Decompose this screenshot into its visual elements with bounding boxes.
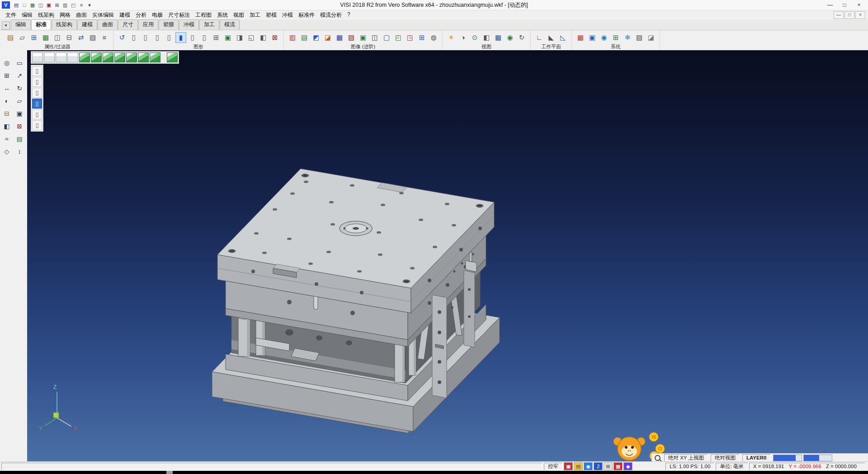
menu-item-4[interactable]: 曲面 (73, 10, 90, 20)
toolbar-icon-1-11[interactable]: ◱ (246, 32, 257, 43)
toolbar-icon-2-8[interactable]: ▢ (381, 32, 392, 43)
sidebar-icon-14[interactable]: ◇ (1, 146, 12, 156)
menu-item-18[interactable]: ? (344, 10, 353, 20)
view-cube-icon-5[interactable] (91, 52, 102, 62)
mdi-restore-button[interactable]: □ (844, 11, 854, 19)
filter-icon-1[interactable]: ▯ (32, 77, 42, 87)
quick-access-icon-3[interactable]: ◫ (37, 1, 45, 9)
toolbar-icon-3-5[interactable]: ◉ (505, 32, 515, 43)
toolbar-icon-0-0[interactable]: ▤ (5, 32, 16, 43)
view-cube-icon-10[interactable] (150, 52, 160, 62)
close-button[interactable]: × (852, 1, 866, 9)
mdi-close-button[interactable]: × (855, 11, 865, 19)
menu-item-5[interactable]: 实体编辑 (90, 10, 117, 20)
sidebar-icon-2[interactable]: ⊞ (1, 70, 12, 81)
view-cube-icon-1[interactable] (44, 52, 55, 62)
toolbar-icon-1-2[interactable]: ▯ (140, 32, 151, 43)
quick-access-icon-6[interactable]: ▥ (61, 1, 69, 9)
toolbar-icon-5-5[interactable]: ▨ (634, 32, 645, 43)
view-cube-icon-0[interactable] (32, 52, 43, 62)
toolbar-icon-2-5[interactable]: ▧ (346, 32, 357, 43)
toolbar-icon-2-10[interactable]: ◳ (405, 32, 415, 43)
status-icon-1[interactable]: ▤ (574, 462, 583, 470)
quick-access-icon-2[interactable]: ▦ (28, 1, 37, 9)
toolbar-icon-5-1[interactable]: ▣ (587, 32, 598, 43)
view-cube-icon-3[interactable] (67, 52, 78, 62)
toolbar-icon-0-5[interactable]: ⊟ (64, 32, 75, 43)
sidebar-icon-3[interactable]: ↗ (14, 70, 25, 81)
quick-access-icon-7[interactable]: ◰ (69, 1, 77, 9)
menu-item-7[interactable]: 分析 (133, 10, 149, 20)
toolbar-icon-1-3[interactable]: ▯ (152, 32, 163, 43)
view-cube-icon-8[interactable] (126, 52, 137, 62)
menu-item-2[interactable]: 线架构 (35, 10, 57, 20)
toolbar-icon-5-3[interactable]: ⊞ (610, 32, 621, 43)
maximize-button[interactable]: □ (837, 1, 852, 9)
toolbar-icon-2-4[interactable]: ▦ (334, 32, 345, 43)
tab-7[interactable]: 塑膜 (159, 19, 179, 30)
tab-1[interactable]: 标准 (31, 19, 51, 30)
toolbar-icon-4-1[interactable]: ◣ (546, 32, 557, 43)
filter-icon-2[interactable]: ▯ (32, 88, 42, 98)
status-view-mode[interactable]: 绝对 XY 上视图 (664, 454, 708, 462)
toolbar-icon-3-2[interactable]: ⊙ (469, 32, 480, 43)
menu-item-6[interactable]: 建模 (117, 10, 133, 20)
sidebar-icon-4[interactable]: ↔ (1, 83, 12, 93)
tab-6[interactable]: 应用 (138, 19, 158, 30)
status-icon-0[interactable]: ▣ (564, 462, 573, 470)
status-icon-6[interactable]: ◆ (623, 462, 632, 470)
view-cube-icon-6[interactable] (103, 52, 113, 62)
menu-item-14[interactable]: 塑模 (263, 10, 279, 20)
filter-icon-4[interactable]: ▯ (32, 109, 42, 119)
status-pick-mode[interactable]: 控牢 (544, 463, 562, 470)
toolbar-icon-3-4[interactable]: ▦ (493, 32, 504, 43)
sidebar-icon-9[interactable]: ▣ (14, 108, 25, 118)
tab-0[interactable]: 编辑 (11, 19, 31, 30)
menu-item-15[interactable]: 冲模 (279, 10, 296, 20)
sidebar-icon-11[interactable]: ⊠ (14, 121, 25, 131)
toolbar-icon-1-12[interactable]: ◧ (258, 32, 269, 43)
toolbar-icon-4-2[interactable]: ◺ (557, 32, 568, 43)
view-cube-icon-4[interactable] (79, 52, 90, 62)
toolbar-icon-2-1[interactable]: ▤ (299, 32, 310, 43)
toolbar-icon-1-7[interactable]: ▯ (199, 32, 210, 43)
toolbar-icon-2-11[interactable]: ⊞ (416, 32, 427, 43)
status-icon-4[interactable]: ⊞ (604, 462, 613, 470)
toolbar-icon-3-1[interactable]: ◑ (458, 32, 468, 43)
toolbar-icon-3-6[interactable]: ↻ (516, 32, 527, 43)
tab-4[interactable]: 曲面 (98, 19, 118, 30)
filter-icon-5[interactable]: ▯ (32, 120, 42, 130)
app-logo-icon[interactable]: V (2, 1, 10, 9)
sidebar-icon-5[interactable]: ↻ (14, 83, 25, 93)
toolbar-icon-0-6[interactable]: ⇄ (75, 32, 86, 43)
view-cube-icon-9[interactable] (138, 52, 149, 62)
menu-item-0[interactable]: 文件 (3, 10, 19, 20)
status-layer[interactable]: LAYER0 (742, 454, 770, 462)
sidebar-icon-10[interactable]: ◧ (1, 121, 12, 131)
menu-item-12[interactable]: 视图 (231, 10, 247, 20)
toolbar-icon-1-13[interactable]: ⊠ (269, 32, 280, 43)
toolbar-icon-1-1[interactable]: ▯ (128, 32, 139, 43)
toolbar-icon-3-0[interactable]: ☀ (446, 32, 457, 43)
view-cube-icon-11[interactable] (167, 52, 178, 62)
menu-item-10[interactable]: 工程图 (193, 10, 214, 20)
status-icon-2[interactable]: ◉ (584, 462, 593, 470)
toolbar-icon-1-6[interactable]: ▯ (187, 32, 198, 43)
minimize-button[interactable]: — (823, 1, 837, 9)
view-cube-icon-7[interactable] (114, 52, 125, 62)
status-icon-5[interactable]: ▦ (613, 462, 623, 470)
filter-icon-3[interactable]: ▯ (32, 99, 42, 109)
3d-viewport[interactable]: ▯▯▯▯▯▯ (27, 50, 868, 462)
quick-access-icon-0[interactable]: ▤ (12, 1, 20, 9)
menu-item-9[interactable]: 尺寸标注 (165, 10, 193, 20)
sidebar-icon-6[interactable]: ◐ (1, 95, 12, 106)
tab-2[interactable]: 线架构 (52, 19, 77, 30)
quick-access-icon-4[interactable]: ▣ (45, 1, 53, 9)
view-cube-icon-2[interactable] (56, 52, 66, 62)
toolbar-icon-2-0[interactable]: ▥ (287, 32, 298, 43)
toolbar-icon-2-2[interactable]: ◩ (311, 32, 321, 43)
sidebar-icon-12[interactable]: ≈ (1, 133, 12, 144)
toolbar-icon-1-0[interactable]: ↺ (117, 32, 127, 43)
menu-item-13[interactable]: 加工 (247, 10, 263, 20)
magnifier-icon[interactable] (655, 455, 660, 461)
